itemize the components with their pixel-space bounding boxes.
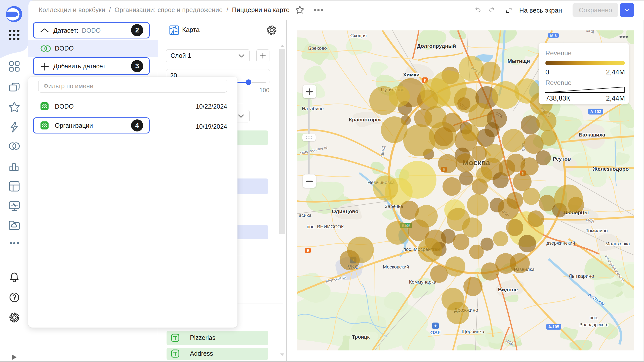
svg-text:Сходня: Сходня [350, 33, 367, 38]
svg-text:Одинцово: Одинцово [332, 208, 358, 214]
svg-text:✈: ✈ [434, 324, 437, 328]
svg-text:OSF: OSF [430, 330, 440, 335]
svg-text:Видное: Видное [498, 287, 518, 292]
svg-text:Троицк: Троицк [352, 334, 370, 340]
svg-text:Мытищи: Мытищи [507, 58, 530, 64]
svg-text:Реутов: Реутов [553, 156, 571, 162]
svg-text:Долгопрудный: Долгопрудный [417, 43, 456, 49]
svg-text:Красногорск: Красногорск [349, 117, 382, 122]
svg-text:Коммунарка: Коммунарка [409, 279, 436, 285]
svg-text:Балашиха: Балашиха [579, 132, 605, 138]
svg-text:Щербинка: Щербинка [462, 329, 485, 334]
svg-text:асиха: асиха [299, 213, 312, 218]
svg-text:Московский: Московский [383, 264, 409, 269]
svg-text:пос.: пос. [590, 315, 598, 320]
svg-text:А-103: А-103 [590, 110, 601, 114]
svg-text:Железнодоро: Железнодоро [593, 166, 629, 172]
svg-text:₽: ₽ [307, 248, 309, 253]
svg-text:Володарского: Володарского [579, 322, 609, 327]
svg-text:Малаховка: Малаховка [605, 241, 630, 246]
svg-text:А-105: А-105 [548, 325, 559, 329]
svg-text:Химки: Химки [403, 72, 420, 77]
svg-text:Брёхово: Брёхово [308, 46, 327, 51]
svg-text:Томилино: Томилино [586, 228, 608, 233]
svg-text:Нахабино: Нахабино [302, 106, 324, 111]
svg-text:пос. ВНИИССОК: пос. ВНИИССОК [307, 224, 344, 229]
svg-text:М-8: М-8 [550, 33, 557, 38]
svg-text:дзержинский: дзержинский [546, 240, 575, 246]
svg-text:Лыткарино: Лыткарино [569, 273, 594, 279]
